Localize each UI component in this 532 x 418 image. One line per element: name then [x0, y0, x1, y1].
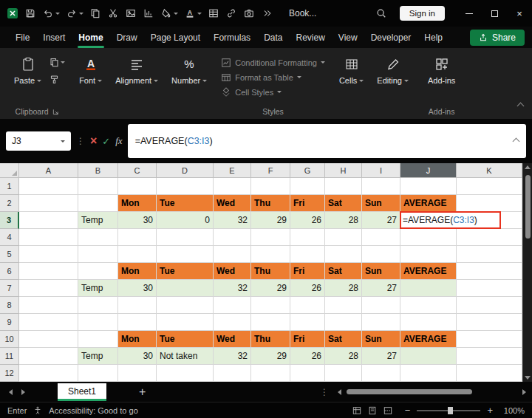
cancel-button[interactable]: ×: [90, 135, 97, 147]
cell-G10[interactable]: Fri: [290, 331, 325, 348]
cell-G12[interactable]: [290, 365, 325, 382]
share-button[interactable]: Share: [470, 30, 525, 46]
cell-C9[interactable]: [118, 314, 157, 331]
cell-A3[interactable]: [19, 212, 78, 229]
cell-E5[interactable]: [214, 246, 251, 263]
paint-bucket-button[interactable]: [160, 7, 178, 20]
close-button[interactable]: ×: [507, 0, 532, 27]
cell-F4[interactable]: [251, 229, 290, 246]
cell-B9[interactable]: [78, 314, 118, 331]
cell-E7[interactable]: 32: [214, 280, 251, 297]
cell-H1[interactable]: [325, 178, 362, 195]
number-button[interactable]: %Number: [166, 52, 212, 87]
cell-G6[interactable]: Fri: [290, 263, 325, 280]
cell-B1[interactable]: [78, 178, 118, 195]
cell-J2[interactable]: AVERAGE: [400, 195, 457, 212]
column-header-F[interactable]: F: [251, 163, 290, 178]
copy-button[interactable]: [89, 7, 101, 20]
cell-J11[interactable]: [400, 348, 457, 365]
column-header-I[interactable]: I: [362, 163, 400, 178]
cell-K1[interactable]: [457, 178, 522, 195]
cell-F8[interactable]: [251, 297, 290, 314]
row-header-6[interactable]: 6: [0, 263, 19, 280]
cell-A7[interactable]: [19, 280, 78, 297]
name-box[interactable]: J3: [6, 131, 71, 151]
ribbon-tab-review[interactable]: Review: [289, 27, 331, 48]
cell-B12[interactable]: [78, 365, 118, 382]
cell-A4[interactable]: [19, 229, 78, 246]
cell-G4[interactable]: [290, 229, 325, 246]
ribbon-tab-formulas[interactable]: Formulas: [207, 27, 257, 48]
horizontal-scroll-thumb[interactable]: [347, 389, 472, 394]
cell-A8[interactable]: [19, 297, 78, 314]
cell-H6[interactable]: Sat: [325, 263, 362, 280]
cell-I5[interactable]: [362, 246, 400, 263]
cell-D11[interactable]: Not taken: [157, 348, 214, 365]
cell-C8[interactable]: [118, 297, 157, 314]
ribbon-tab-page-layout[interactable]: Page Layout: [144, 27, 207, 48]
next-sheet-button[interactable]: [21, 389, 25, 395]
cell-G7[interactable]: 26: [290, 280, 325, 297]
redo-button[interactable]: [65, 7, 83, 20]
insert-function-button[interactable]: fx: [115, 135, 122, 147]
cell-J7[interactable]: [400, 280, 457, 297]
cell-styles-button[interactable]: Cell Styles: [221, 85, 282, 99]
maximize-button[interactable]: [482, 0, 507, 27]
row-header-12[interactable]: 12: [0, 365, 19, 382]
overflow-button[interactable]: [260, 7, 273, 20]
select-all-button[interactable]: [0, 163, 19, 178]
chart-button[interactable]: [142, 7, 154, 20]
row-header-7[interactable]: 7: [0, 280, 19, 297]
cell-C5[interactable]: [118, 246, 157, 263]
cell-E10[interactable]: Wed: [214, 331, 251, 348]
cell-G1[interactable]: [290, 178, 325, 195]
row-header-1[interactable]: 1: [0, 178, 19, 195]
format-painter-button[interactable]: [50, 75, 65, 84]
conditional-formatting-button[interactable]: Conditional Formatting: [221, 55, 325, 69]
formula-edit-overlay[interactable]: =AVERAGE(C3:I3): [400, 211, 501, 229]
cell-I9[interactable]: [362, 314, 400, 331]
cell-C6[interactable]: Mon: [118, 263, 157, 280]
cell-B4[interactable]: [78, 229, 118, 246]
cell-H5[interactable]: [325, 246, 362, 263]
cell-C2[interactable]: Mon: [118, 195, 157, 212]
cell-A6[interactable]: [19, 263, 78, 280]
column-header-C[interactable]: C: [118, 163, 157, 178]
column-header-H[interactable]: H: [325, 163, 362, 178]
cell-A5[interactable]: [19, 246, 78, 263]
cell-B2[interactable]: [78, 195, 118, 212]
row-header-2[interactable]: 2: [0, 195, 19, 212]
cell-F7[interactable]: 29: [251, 280, 290, 297]
clipboard-dialog-launcher[interactable]: [52, 109, 59, 115]
enter-button[interactable]: ✓: [102, 136, 110, 147]
cell-B8[interactable]: [78, 297, 118, 314]
cell-G9[interactable]: [290, 314, 325, 331]
cell-H2[interactable]: Sat: [325, 195, 362, 212]
column-header-B[interactable]: B: [78, 163, 118, 178]
cell-J6[interactable]: AVERAGE: [400, 263, 457, 280]
cell-D5[interactable]: [157, 246, 214, 263]
ribbon-tab-developer[interactable]: Developer: [364, 27, 418, 48]
cell-K10[interactable]: [457, 331, 522, 348]
cell-F5[interactable]: [251, 246, 290, 263]
cell-F10[interactable]: Thu: [251, 331, 290, 348]
cell-A9[interactable]: [19, 314, 78, 331]
cell-G2[interactable]: Fri: [290, 195, 325, 212]
cell-C7[interactable]: 30: [118, 280, 157, 297]
column-header-D[interactable]: D: [157, 163, 214, 178]
cell-J1[interactable]: [400, 178, 457, 195]
cell-H9[interactable]: [325, 314, 362, 331]
cell-H12[interactable]: [325, 365, 362, 382]
cell-E2[interactable]: Wed: [214, 195, 251, 212]
cell-K4[interactable]: [457, 229, 522, 246]
cell-E3[interactable]: 32: [214, 212, 251, 229]
excel-logo-button[interactable]: [6, 7, 18, 20]
zoom-in-button[interactable]: +: [487, 405, 493, 416]
sheet-tab-sheet1[interactable]: Sheet1: [58, 383, 106, 401]
collapse-ribbon-button[interactable]: [518, 98, 523, 112]
cell-B11[interactable]: Temp: [78, 348, 118, 365]
cell-E1[interactable]: [214, 178, 251, 195]
zoom-slider-thumb[interactable]: [448, 407, 453, 414]
cell-E6[interactable]: Wed: [214, 263, 251, 280]
ribbon-tab-data[interactable]: Data: [257, 27, 289, 48]
